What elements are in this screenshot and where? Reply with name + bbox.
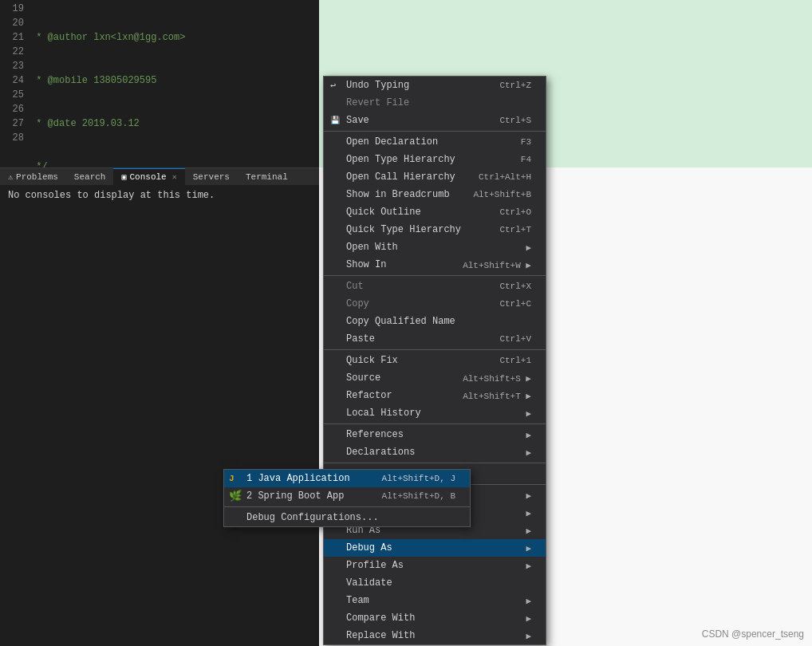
arrow-icon: ▶ [526,490,531,501]
submenu-divider [224,506,470,507]
submenu-spring-boot-app[interactable]: 🌿 2 Spring Boot App Alt+Shift+D, B [224,487,470,505]
menu-quick-fix[interactable]: Quick Fix Ctrl+1 [324,352,546,369]
line-numbers: 19 20 21 22 23 24 25 26 27 28 [0,0,30,167]
menu-open-with[interactable]: Open With ▶ [324,238,546,256]
watermark: CSDN @spencer_tseng [702,628,804,640]
arrow-icon: ▶ [526,543,531,553]
tab-search[interactable]: Search [66,168,114,185]
menu-refactor[interactable]: Refactor Alt+Shift+T ▶ [324,387,546,404]
arrow-icon: ▶ [526,242,531,253]
menu-paste[interactable]: Paste Ctrl+V [324,330,546,348]
arrow-icon: ▶ [526,447,531,458]
arrow-icon: ▶ [526,561,531,571]
menu-debug-as[interactable]: Debug As ▶ [324,539,546,557]
tab-servers[interactable]: Servers [185,168,238,185]
debug-as-submenu: J 1 Java Application Alt+Shift+D, J 🌿 2 … [223,469,471,527]
menu-cut[interactable]: Cut Ctrl+X [324,278,546,295]
divider-1 [324,131,546,132]
context-menu: ↩ Undo Typing Ctrl+Z Revert File 💾 Save … [323,76,546,645]
divider-4 [324,423,546,424]
arrow-icon: ▶ [526,613,531,624]
menu-show-in[interactable]: Show In Alt+Shift+W ▶ [324,256,546,274]
menu-validate[interactable]: Validate [324,574,546,592]
menu-declarations[interactable]: Declarations ▶ [324,443,546,461]
tab-problems[interactable]: ⚠ Problems [0,168,66,185]
submenu-java-application[interactable]: J 1 Java Application Alt+Shift+D, J [224,470,470,487]
menu-references[interactable]: References ▶ [324,426,546,443]
console-icon: ▣ [121,172,126,182]
menu-replace-with[interactable]: Replace With ▶ [324,627,546,644]
menu-open-type-hierarchy[interactable]: Open Type Hierarchy F4 [324,151,546,168]
menu-open-call-hierarchy[interactable]: Open Call Hierarchy Ctrl+Alt+H [324,168,546,186]
menu-save[interactable]: 💾 Save Ctrl+S [324,112,546,129]
arrow-icon: ▶ [526,596,531,606]
console-panel: No consoles to display at this time. [0,185,319,640]
arrow-icon: ▶ [526,631,531,641]
arrow-icon: ▶ [526,430,531,440]
menu-show-in-breadcrumb[interactable]: Show in Breadcrumb Alt+Shift+B [324,186,546,203]
menu-local-history[interactable]: Local History ▶ [324,404,546,422]
problems-icon: ⚠ [8,172,13,182]
menu-copy-qualified-name[interactable]: Copy Qualified Name [324,313,546,330]
menu-quick-type-hierarchy[interactable]: Quick Type Hierarchy Ctrl+T [324,221,546,238]
menu-compare-with[interactable]: Compare With ▶ [324,609,546,627]
submenu-debug-configurations[interactable]: Debug Configurations... [224,509,470,526]
divider-2 [324,275,546,276]
arrow-icon: ▶ [526,508,531,518]
code-editor[interactable]: 19 20 21 22 23 24 25 26 27 28 * @author … [0,0,319,167]
tab-terminal[interactable]: Terminal [238,168,296,185]
divider-3 [324,349,546,350]
undo-icon: ↩ [330,80,336,92]
menu-copy[interactable]: Copy Ctrl+C [324,295,546,313]
menu-revert-file[interactable]: Revert File [324,94,546,112]
menu-profile-as[interactable]: Profile As ▶ [324,557,546,574]
save-icon: 💾 [330,116,340,125]
menu-undo-typing[interactable]: ↩ Undo Typing Ctrl+Z [324,77,546,94]
panel-tabs: ⚠ Problems Search ▣ Console ✕ Servers Te… [0,167,319,185]
spring-leaf-icon: 🌿 [229,490,242,502]
tab-console[interactable]: ▣ Console ✕ [113,168,184,185]
code-lines: * @author lxn<lxn@1gg.com> * @mobile 138… [30,0,319,167]
java-icon: J [229,474,235,483]
menu-team[interactable]: Team ▶ [324,592,546,609]
menu-quick-outline[interactable]: Quick Outline Ctrl+O [324,203,546,221]
menu-source[interactable]: Source Alt+Shift+S ▶ [324,369,546,387]
arrow-icon: ▶ [526,526,531,536]
arrow-icon: ▶ [526,408,531,419]
menu-open-declaration[interactable]: Open Declaration F3 [324,133,546,151]
divider-5 [324,463,546,463]
